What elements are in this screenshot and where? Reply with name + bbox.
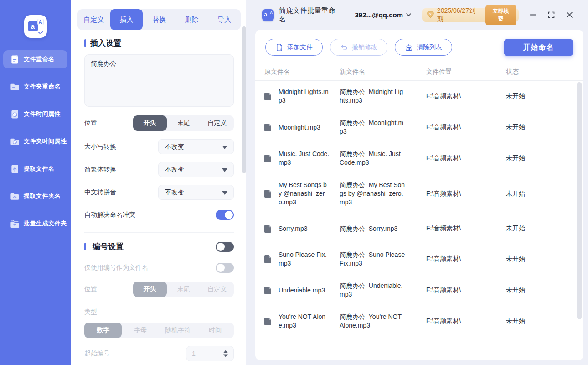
original-name-cell: Sorry.mp3 <box>264 224 340 233</box>
chevron-down-icon[interactable] <box>406 13 411 16</box>
file-location: F:\音频素材\ <box>426 224 506 233</box>
conflict-toggle[interactable] <box>216 210 234 220</box>
segment-option-自定义[interactable]: 自定义 <box>200 282 234 297</box>
logo-translate-glyph: A <box>37 19 44 25</box>
original-filename: Suno Please Fix.mp3 <box>279 250 330 268</box>
segment-option-开头[interactable]: 开头 <box>133 115 167 131</box>
tab-导入[interactable]: 导入 <box>208 9 241 30</box>
only-number-toggle[interactable] <box>216 263 234 273</box>
original-filename: Undeniable.mp3 <box>279 286 330 295</box>
original-filename: You're NOT Alone.mp3 <box>279 313 330 330</box>
zh-convert-label: 简繁体转换 <box>84 166 158 174</box>
chevron-down-icon <box>222 168 227 172</box>
tab-替换[interactable]: 替换 <box>143 9 175 30</box>
table-row[interactable]: Moonlight.mp3简鹿办公_Moonlight.mp3F:\音频素材\未… <box>255 112 583 143</box>
segment-option-时间[interactable]: 时间 <box>196 323 234 338</box>
table-row[interactable]: Music. Just Code.mp3简鹿办公_Music. Just Cod… <box>255 143 583 174</box>
sidebar-item-文件夹重命名[interactable]: 文件夹重命名 <box>3 78 67 96</box>
sidebar-item-提取文件夹名[interactable]: 提取文件夹名 <box>3 187 67 205</box>
clear-list-button[interactable]: 清除列表 <box>395 39 452 56</box>
sidebar-item-label: 提取文件名 <box>24 165 55 173</box>
table-row[interactable]: Sorry.mp3简鹿办公_Sorry.mp3F:\音频素材\未开始 <box>255 214 583 244</box>
minimize-button[interactable] <box>526 8 540 22</box>
new-filename: 简鹿办公_Sorry.mp3 <box>340 224 406 233</box>
logo-arrow-icon <box>38 31 43 34</box>
start-number-label: 起始编号 <box>84 349 186 358</box>
insert-text-input[interactable]: 简鹿办公_ <box>84 54 234 107</box>
segment-option-末尾[interactable]: 末尾 <box>167 282 201 297</box>
app-title: 简鹿文件批量重命名 <box>279 6 342 24</box>
file-table-body: Midnight Lights.mp3简鹿办公_Midnight Lights.… <box>255 81 583 343</box>
case-convert-select[interactable]: 不改变 <box>158 139 234 154</box>
start-rename-button[interactable]: 开始命名 <box>504 39 573 56</box>
case-convert-value: 不改变 <box>165 143 184 151</box>
section-divider <box>84 232 234 233</box>
tab-bar: 自定义插入替换删除导入 <box>77 9 241 30</box>
segment-option-随机字符[interactable]: 随机字符 <box>159 323 196 338</box>
file-list-card: 添加文件 撤销修改 清除列表 开始命名 原文件名新文件名文件位置状态 Midni… <box>255 30 583 360</box>
pinyin-row: 中文转拼音 不改变 <box>84 185 234 200</box>
file-icon <box>264 256 275 263</box>
sidebar-item-文件时间属性[interactable]: 文件时间属性 <box>3 105 67 123</box>
file-list-scrollbar[interactable] <box>577 82 582 319</box>
logo-a-glyph: a <box>28 21 38 31</box>
table-row[interactable]: 晚餐歌 (Dinner Song) - Re简鹿办公_晚餐歌 (DiF:\音频素… <box>255 337 583 343</box>
zh-convert-select[interactable]: 不改变 <box>158 162 234 177</box>
new-filename: 简鹿办公_Midnight Lights.mp3 <box>340 88 406 105</box>
file-time-icon <box>9 109 20 120</box>
table-row[interactable]: Suno Please Fix.mp3简鹿办公_Suno Please Fix.… <box>255 244 583 275</box>
file-location: F:\音频素材\ <box>426 317 506 325</box>
sidebar-item-文件夹时间属性[interactable]: 文件夹时间属性 <box>3 132 67 151</box>
titlebar: aA 简鹿文件批量重命名 392...@qq.com V 2025/06/27到… <box>246 0 588 30</box>
segment-option-数字[interactable]: 数字 <box>84 323 122 338</box>
segment-option-字母[interactable]: 字母 <box>122 323 159 338</box>
tab-删除[interactable]: 删除 <box>175 9 208 30</box>
table-row[interactable]: Midnight Lights.mp3简鹿办公_Midnight Lights.… <box>255 81 583 112</box>
start-number-input[interactable]: 1 <box>186 346 234 361</box>
sidebar-item-提取文件名[interactable]: 提取文件名 <box>3 160 67 178</box>
table-row[interactable]: Undeniable.mp3简鹿办公_Undeniable.mp3F:\音频素材… <box>255 275 583 306</box>
number-stepper-icon[interactable] <box>223 350 228 357</box>
titlebar-separator <box>519 11 519 19</box>
sidebar-item-label: 文件夹时间属性 <box>24 137 67 146</box>
sidebar-item-批量生成文件夹[interactable]: 批量生成文件夹 <box>3 214 67 233</box>
settings-scrollbar[interactable] <box>242 26 246 173</box>
case-convert-row: 大小写转换 不改变 <box>84 139 234 154</box>
undo-label: 撤销修改 <box>352 43 377 52</box>
type-label: 类型 <box>84 308 97 316</box>
numbering-toggle[interactable] <box>216 242 234 252</box>
segment-option-开头[interactable]: 开头 <box>133 282 167 297</box>
sidebar: a A 文件重命名文件夹重命名文件时间属性文件夹时间属性提取文件名提取文件夹名批… <box>0 0 71 365</box>
table-row[interactable]: My Best Songs by @nanashi_zero.mp3简鹿办公_M… <box>255 174 583 214</box>
tab-自定义[interactable]: 自定义 <box>77 9 110 30</box>
original-filename: Music. Just Code.mp3 <box>279 150 330 167</box>
close-button[interactable] <box>562 8 576 22</box>
sidebar-item-文件重命名[interactable]: 文件重命名 <box>3 50 67 68</box>
tab-插入[interactable]: 插入 <box>110 9 143 30</box>
maximize-button[interactable] <box>544 8 558 22</box>
new-filename: 简鹿办公_Music. Just Code.mp3 <box>340 150 406 167</box>
renew-button[interactable]: 立即续费 <box>485 5 516 25</box>
file-icon <box>264 190 275 198</box>
add-files-button[interactable]: 添加文件 <box>265 39 323 56</box>
zh-convert-value: 不改变 <box>165 166 184 174</box>
sidebar-item-label: 文件时间属性 <box>24 110 61 118</box>
table-row[interactable]: You're NOT Alone.mp3简鹿办公_You're NOT Alon… <box>255 306 583 337</box>
account-menu[interactable]: 392...@qq.com <box>355 11 403 19</box>
original-filename: Midnight Lights.mp3 <box>279 88 330 105</box>
segment-option-自定义[interactable]: 自定义 <box>200 115 234 131</box>
new-filename: 简鹿办公_You're NOT Alone.mp3 <box>340 313 406 330</box>
segment-option-末尾[interactable]: 末尾 <box>167 115 201 131</box>
file-icon <box>264 225 275 233</box>
extract-folder-icon <box>9 191 20 202</box>
conflict-row: 自动解决命名冲突 <box>84 210 234 220</box>
license-badge: V 2025/06/27到期 立即续费 <box>422 8 519 22</box>
numbering-position-segment: 开头末尾自定义 <box>133 282 234 297</box>
insert-position-row: 位置 开头末尾自定义 <box>84 115 234 131</box>
pinyin-select[interactable]: 不改变 <box>158 185 234 200</box>
undo-button[interactable]: 撤销修改 <box>330 39 387 56</box>
original-name-cell: You're NOT Alone.mp3 <box>264 313 340 330</box>
file-location: F:\音频素材\ <box>426 92 506 100</box>
file-icon <box>264 124 275 131</box>
titlebar-app-icon: aA <box>262 9 274 21</box>
